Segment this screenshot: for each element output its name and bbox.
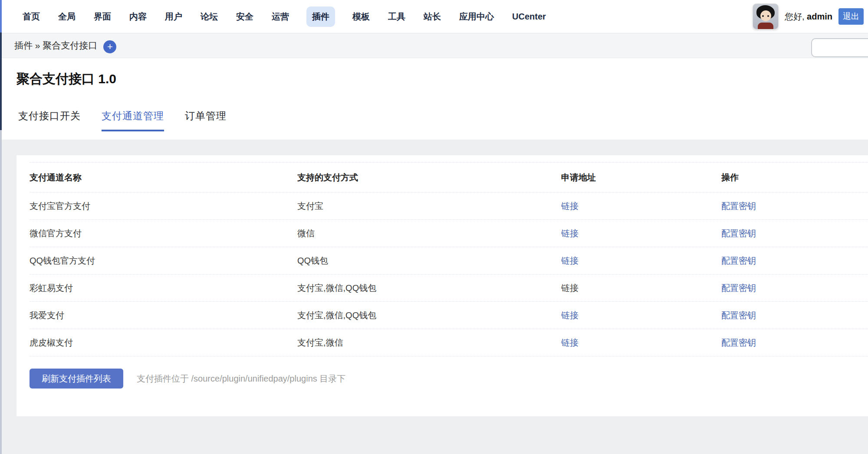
header-apply-url: 申请地址 [561, 172, 721, 183]
nav-items: 首页全局界面内容用户论坛安全运营插件模板工具站长应用中心UCenter [2, 7, 547, 27]
table-row: QQ钱包官方支付QQ钱包链接配置密钥 [30, 247, 868, 274]
tab-1[interactable]: 支付通道管理 [102, 109, 164, 131]
table-header-row: 支付通道名称 支持的支付方式 申请地址 操作 [30, 162, 868, 193]
apply-url-link[interactable]: 链接 [561, 338, 579, 347]
configure-key-link[interactable]: 配置密钥 [721, 283, 756, 293]
channel-name-cell: 我爱支付 [30, 310, 297, 321]
table-row: 彩虹易支付支付宝,微信,QQ钱包链接配置密钥 [30, 274, 868, 302]
refresh-plugin-list-button[interactable]: 刷新支付插件列表 [30, 369, 123, 389]
nav-item-9[interactable]: 模板 [352, 7, 371, 27]
avatar-eye [767, 15, 769, 17]
logout-button[interactable]: 退出 [838, 8, 864, 25]
table-body: 支付宝官方支付支付宝链接配置密钥微信官方支付微信链接配置密钥QQ钱包官方支付QQ… [30, 193, 868, 356]
nav-item-11[interactable]: 站长 [423, 7, 442, 27]
content-card: 支付通道名称 支持的支付方式 申请地址 操作 支付宝官方支付支付宝链接配置密钥微… [16, 155, 868, 416]
pay-methods-cell: 支付宝,微信,QQ钱包 [297, 282, 561, 294]
nav-item-2[interactable]: 界面 [93, 7, 112, 27]
channel-name-cell: QQ钱包官方支付 [30, 255, 297, 267]
page-background-footer [2, 416, 868, 454]
configure-key-link[interactable]: 配置密钥 [721, 310, 756, 320]
top-nav-bar: 首页全局界面内容用户论坛安全运营插件模板工具站长应用中心UCenter 您好, … [2, 0, 868, 33]
apply-url-text: 链接 [561, 283, 579, 293]
nav-item-7[interactable]: 运营 [271, 7, 290, 27]
configure-key-link[interactable]: 配置密钥 [721, 201, 756, 211]
apply-url-link[interactable]: 链接 [561, 201, 579, 211]
greeting-text: 您好, admin [785, 11, 832, 23]
nav-item-8[interactable]: 插件 [306, 7, 335, 27]
nav-item-5[interactable]: 论坛 [200, 7, 219, 27]
nav-item-0[interactable]: 首页 [22, 7, 41, 27]
breadcrumb-bar: 插件 » 聚合支付接口 + [2, 33, 868, 58]
username: admin [807, 12, 832, 21]
pay-methods-cell: 支付宝,微信 [297, 337, 561, 349]
greeting-prefix: 您好, [785, 12, 805, 21]
nav-item-3[interactable]: 内容 [128, 7, 148, 27]
page-title: 聚合支付接口 1.0 [16, 70, 116, 88]
pay-methods-cell: 支付宝 [297, 200, 561, 212]
breadcrumb: 插件 » 聚合支付接口 [14, 39, 97, 52]
admin-page: 首页全局界面内容用户论坛安全运营插件模板工具站长应用中心UCenter 您好, … [0, 0, 868, 454]
nav-item-13[interactable]: UCenter [511, 7, 547, 26]
channel-name-cell: 彩虹易支付 [30, 282, 297, 294]
channel-name-cell: 支付宝官方支付 [30, 200, 297, 212]
header-pay-methods: 支持的支付方式 [297, 172, 561, 183]
search-input[interactable] [811, 38, 868, 57]
payment-channel-table: 支付通道名称 支持的支付方式 申请地址 操作 支付宝官方支付支付宝链接配置密钥微… [30, 162, 868, 356]
page-background-gutter [2, 155, 16, 416]
add-favorite-icon[interactable]: + [103, 40, 116, 53]
pay-methods-cell: QQ钱包 [297, 255, 561, 267]
tab-bar: 支付接口开关支付通道管理订单管理 [18, 109, 227, 131]
tab-0[interactable]: 支付接口开关 [18, 109, 81, 131]
tab-2[interactable]: 订单管理 [185, 109, 227, 131]
apply-url-link[interactable]: 链接 [561, 229, 579, 238]
configure-key-link[interactable]: 配置密钥 [721, 229, 756, 238]
configure-key-link[interactable]: 配置密钥 [721, 256, 756, 265]
table-row: 虎皮椒支付支付宝,微信链接配置密钥 [30, 329, 868, 356]
avatar-shirt [758, 23, 773, 29]
channel-name-cell: 微信官方支付 [30, 228, 297, 239]
pay-methods-cell: 支付宝,微信,QQ钱包 [297, 310, 561, 321]
configure-key-link[interactable]: 配置密钥 [721, 338, 756, 347]
channel-name-cell: 虎皮椒支付 [30, 337, 297, 349]
table-row: 支付宝官方支付支付宝链接配置密钥 [30, 193, 868, 220]
table-row: 微信官方支付微信链接配置密钥 [30, 220, 868, 247]
nav-item-10[interactable]: 工具 [387, 7, 406, 27]
plugin-path-note: 支付插件位于 /source/plugin/unifiedpay/plugins… [137, 369, 345, 389]
header-actions: 操作 [721, 172, 868, 183]
pay-methods-cell: 微信 [297, 228, 561, 239]
nav-item-12[interactable]: 应用中心 [458, 7, 495, 27]
apply-url-link[interactable]: 链接 [561, 310, 579, 320]
avatar[interactable] [753, 3, 779, 29]
nav-item-4[interactable]: 用户 [164, 7, 183, 27]
header-channel-name: 支付通道名称 [30, 172, 297, 183]
nav-item-1[interactable]: 全局 [57, 7, 76, 27]
nav-user-area: 您好, admin 退出 [753, 0, 864, 33]
avatar-eye [762, 15, 764, 17]
table-row: 我爱支付支付宝,微信,QQ钱包链接配置密钥 [30, 302, 868, 329]
page-background-band [2, 140, 868, 155]
nav-item-6[interactable]: 安全 [235, 7, 254, 27]
apply-url-link[interactable]: 链接 [561, 256, 579, 265]
